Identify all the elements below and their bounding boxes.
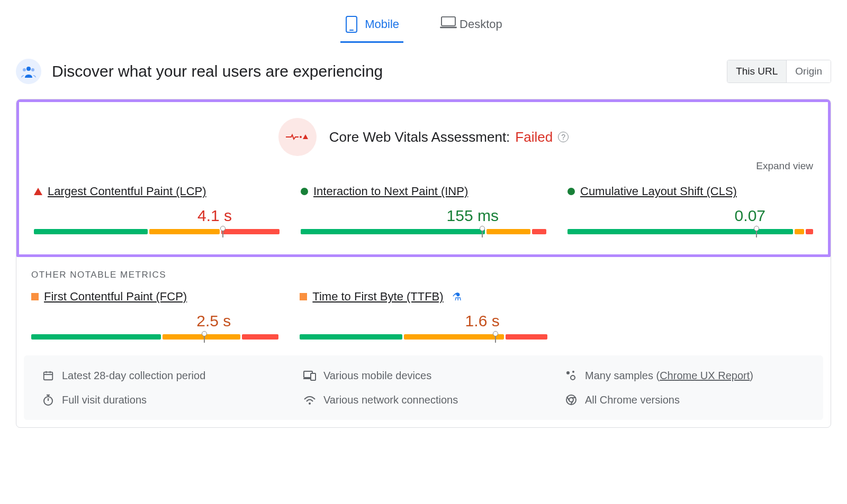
percentile-marker [201,331,208,343]
fail-triangle-icon [34,188,42,195]
info-devices: Various mobile devices [303,369,544,382]
bar-segment-poor [806,229,813,234]
svg-point-18 [571,375,575,380]
bar-segment-good [300,334,402,340]
info-chrome: All Chrome versions [565,393,805,406]
svg-rect-14 [311,373,316,380]
bar-segment-poor [506,334,547,340]
device-tabs: Mobile Desktop [16,11,831,43]
svg-marker-8 [303,134,308,139]
metric-card: First Contentful Paint (FCP) 2.5 s [31,290,278,341]
metric-value: 2.5 s [31,312,278,330]
bar-segment-poor [532,229,546,234]
metric-distribution-bar [301,229,546,235]
bar-segment-good [34,229,148,234]
tab-mobile-label: Mobile [365,17,399,31]
bar-segment-poor [221,229,280,234]
good-dot-icon [567,188,575,195]
users-icon [16,59,41,84]
info-samples-suffix: ) [750,370,753,381]
other-metrics-grid: First Contentful Paint (FCP) 2.5 s Time … [16,290,831,355]
metric-distribution-bar [34,229,280,235]
info-durations: Full visit durations [42,393,282,406]
tab-desktop[interactable]: Desktop [435,11,507,43]
svg-point-7 [300,136,302,138]
metric-distribution-bar [31,334,278,341]
empty-cell [569,290,816,341]
info-durations-text: Full visit durations [62,394,147,406]
info-network: Various network connections [303,393,544,406]
svg-point-5 [23,68,26,71]
chrome-ux-report-link[interactable]: Chrome UX Report [660,370,750,381]
bar-segment-warn [795,229,804,234]
other-metrics-label: OTHER NOTABLE METRICS [16,257,831,290]
bar-segment-warn [404,334,504,340]
metric-card: Largest Contentful Paint (LCP) 4.1 s [34,185,280,235]
metric-value: 1.6 s [300,312,547,330]
percentile-marker [492,331,499,343]
bar-segment-poor [242,334,278,340]
warn-square-icon [300,293,307,300]
experimental-flask-icon: ⚗ [452,290,462,303]
info-period-text: Latest 28-day collection period [62,370,205,382]
assessment-label: Core Web Vitals Assessment: [329,129,510,145]
metric-name-link[interactable]: Time to First Byte (TTFB) [312,290,443,304]
metric-card: Time to First Byte (TTFB) ⚗ 1.6 s [300,290,547,341]
core-metrics-grid: Largest Contentful Paint (LCP) 4.1 s Int… [34,185,813,235]
header: Discover what your real users are experi… [16,59,831,84]
bar-segment-good [31,334,161,340]
page-title: Discover what your real users are experi… [52,62,383,80]
toggle-origin[interactable]: Origin [786,60,831,83]
desktop-icon [439,16,453,33]
metric-card: Interaction to Next Paint (INP) 155 ms [301,185,546,235]
percentile-marker [220,226,226,237]
metric-name-link[interactable]: Interaction to Next Paint (INP) [313,185,468,198]
bar-segment-warn [486,229,530,234]
svg-point-6 [31,68,34,71]
toggle-this-url[interactable]: This URL [727,60,786,83]
metric-value: 0.07 [567,207,813,225]
svg-rect-3 [440,26,457,28]
metric-distribution-bar [300,334,547,341]
good-dot-icon [301,188,308,195]
data-source-info: Latest 28-day collection period Various … [24,355,823,420]
chrome-icon [565,393,578,406]
info-samples-prefix: Many samples ( [585,370,660,381]
assessment-fail-icon [278,118,317,156]
bar-segment-warn [149,229,220,234]
scope-toggle: This URL Origin [727,60,831,83]
tab-desktop-label: Desktop [459,17,502,31]
info-samples: Many samples (Chrome UX Report) [565,369,805,382]
info-collection-period: Latest 28-day collection period [42,369,282,382]
percentile-marker [753,226,760,237]
svg-rect-1 [349,30,354,31]
metric-value: 155 ms [301,207,546,225]
expand-view-link[interactable]: Expand view [34,160,813,172]
stopwatch-icon [42,393,55,406]
network-icon [303,393,316,406]
bar-segment-good [301,229,485,234]
help-icon[interactable]: ? [558,132,569,142]
assessment-status: Failed [515,129,553,145]
metric-name-link[interactable]: Largest Contentful Paint (LCP) [48,185,206,198]
info-network-text: Various network connections [323,394,458,406]
warn-square-icon [31,293,39,300]
svg-rect-2 [441,17,455,26]
metric-name-link[interactable]: Cumulative Layout Shift (CLS) [580,185,737,198]
metric-value: 4.1 s [34,207,280,225]
scatter-icon [565,369,578,382]
calendar-icon [42,369,55,382]
svg-point-4 [26,67,31,71]
svg-point-17 [572,371,574,373]
metric-name-link[interactable]: First Contentful Paint (FCP) [44,290,187,304]
field-data-card: Core Web Vitals Assessment: Failed ? Exp… [16,99,831,428]
devices-icon [303,369,316,382]
assessment-row: Core Web Vitals Assessment: Failed ? [34,118,813,156]
metric-card: Cumulative Layout Shift (CLS) 0.07 [567,185,813,235]
svg-rect-9 [44,372,53,380]
mobile-icon [345,16,358,33]
info-chrome-text: All Chrome versions [585,394,680,406]
metric-distribution-bar [567,229,813,235]
core-web-vitals-panel: Core Web Vitals Assessment: Failed ? Exp… [16,99,831,257]
tab-mobile[interactable]: Mobile [340,11,403,43]
